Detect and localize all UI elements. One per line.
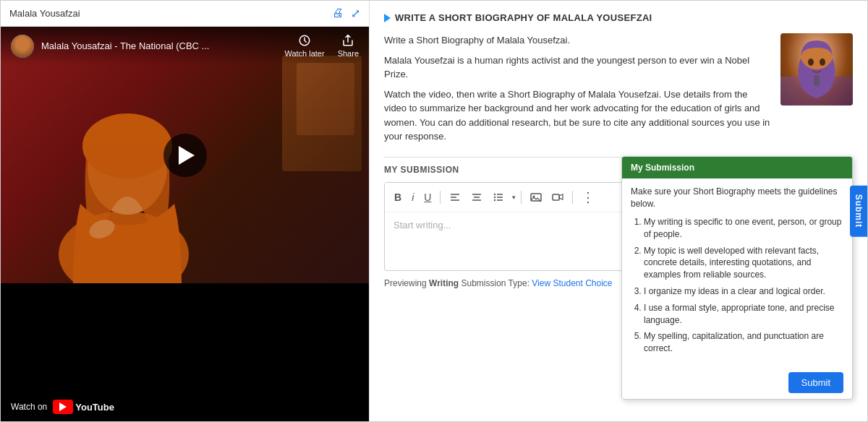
preview-bold: Writing xyxy=(429,278,459,288)
more-button[interactable]: ⋮ xyxy=(578,187,598,207)
expand-icon[interactable]: ⤢ xyxy=(351,7,360,20)
svg-point-9 xyxy=(820,59,825,66)
youtube-logo: YouTube xyxy=(53,400,114,414)
svg-point-8 xyxy=(808,59,814,66)
rubric-body: Make sure your Short Biography meets the… xyxy=(622,178,852,366)
video-top-bar: Malala Yousafzai - The National (CBC ...… xyxy=(1,27,369,65)
watch-later-button[interactable]: Watch later xyxy=(284,34,324,58)
svg-rect-25 xyxy=(553,194,559,200)
watch-later-label: Watch later xyxy=(284,49,324,58)
section-title-row: WRITE A SHORT BIOGRAPHY OF MALALA YOUSEF… xyxy=(384,12,853,23)
left-header-title: Malala Yousafzai xyxy=(9,8,80,19)
underline-button[interactable]: U xyxy=(420,189,435,205)
separator1 xyxy=(440,191,441,204)
rubric-footer: Submit xyxy=(622,366,852,399)
bold-button[interactable]: B xyxy=(391,189,405,205)
video-bottom-bar: Watch on YouTube xyxy=(1,392,369,421)
rubric-popup: My Submission Make sure your Short Biogr… xyxy=(621,156,853,400)
right-panel: WRITE A SHORT BIOGRAPHY OF MALALA YOUSEF… xyxy=(370,1,867,421)
list-dropdown[interactable]: ▾ xyxy=(512,194,516,201)
left-panel: Malala Yousafzai 🖨 ⤢ xyxy=(1,1,370,421)
preview-middle: Submission Type: xyxy=(459,278,532,288)
watch-on-label: Watch on xyxy=(11,402,47,412)
editor-placeholder: Start writing... xyxy=(393,220,451,231)
image-button[interactable] xyxy=(527,189,545,205)
video-background xyxy=(1,27,369,283)
video-button[interactable] xyxy=(548,189,567,205)
rubric-item: My writing is specific to one event, per… xyxy=(644,216,843,241)
clock-icon xyxy=(298,34,311,47)
rubric-list: My writing is specific to one event, per… xyxy=(631,216,843,355)
share-button[interactable]: Share xyxy=(338,34,359,58)
rubric-intro: Make sure your Short Biography meets the… xyxy=(631,186,843,210)
watch-on-youtube[interactable]: Watch on YouTube xyxy=(11,400,114,414)
video-wrapper: Malala Yousafzai - The National (CBC ...… xyxy=(1,27,369,421)
italic-button[interactable]: i xyxy=(408,189,417,205)
separator3 xyxy=(572,191,573,204)
malala-photo xyxy=(780,33,853,106)
bio-text-block: Write a Short Biography of Malala Yousef… xyxy=(384,33,770,150)
play-button[interactable] xyxy=(163,134,207,177)
list-icon xyxy=(493,191,504,203)
youtube-icon xyxy=(53,400,73,414)
separator2 xyxy=(521,191,522,204)
preview-before: Previewing xyxy=(384,278,429,288)
align-left-icon xyxy=(449,191,461,203)
list-button[interactable] xyxy=(489,189,508,205)
share-label: Share xyxy=(338,49,359,58)
bio-paragraph1: Malala Yousefzai is a human rights activ… xyxy=(384,53,770,82)
video-title: Malala Yousafzai - The National (CBC ... xyxy=(41,40,284,51)
rubric-item: I use a formal style, appropriate tone, … xyxy=(644,302,843,327)
view-student-choice-link[interactable]: View Student Choice xyxy=(532,278,612,288)
rubric-submit-button[interactable]: Submit xyxy=(788,372,843,393)
print-icon[interactable]: 🖨 xyxy=(332,7,344,20)
bio-paragraph2: Watch the video, then write a Short Biog… xyxy=(384,87,770,144)
intro-line: Write a Short Biography of Malala Yousef… xyxy=(384,33,770,48)
rubric-item: My spelling, capitalization, and punctua… xyxy=(644,330,843,355)
left-header-icons: 🖨 ⤢ xyxy=(332,7,360,20)
youtube-text: YouTube xyxy=(75,402,114,413)
left-header: Malala Yousafzai 🖨 ⤢ xyxy=(1,1,369,27)
align-center-icon xyxy=(471,191,482,203)
align-left-button[interactable] xyxy=(446,189,464,205)
channel-avatar xyxy=(11,35,34,58)
share-icon xyxy=(341,34,354,47)
video-icon xyxy=(552,191,563,203)
bio-content: Write a Short Biography of Malala Yousef… xyxy=(384,33,853,150)
svg-rect-10 xyxy=(814,75,820,86)
section-title-text: WRITE A SHORT BIOGRAPHY OF MALALA YOUSEF… xyxy=(395,12,652,23)
sidebar-submit-tab[interactable]: Submit xyxy=(850,186,867,237)
align-center-button[interactable] xyxy=(467,189,486,205)
main-container: Malala Yousafzai 🖨 ⤢ xyxy=(0,0,868,422)
svg-point-19 xyxy=(494,196,495,197)
svg-point-21 xyxy=(494,199,495,200)
background-poster xyxy=(297,63,354,135)
rubric-item: I organize my ideas in a clear and logic… xyxy=(644,285,843,298)
triangle-icon xyxy=(384,14,391,22)
rubric-item: My topic is well developed with relevant… xyxy=(644,245,843,281)
rubric-header: My Submission xyxy=(622,157,852,178)
svg-point-17 xyxy=(494,193,495,194)
video-top-actions: Watch later Share xyxy=(284,34,359,58)
photo-svg xyxy=(780,33,853,106)
image-icon xyxy=(530,191,542,203)
